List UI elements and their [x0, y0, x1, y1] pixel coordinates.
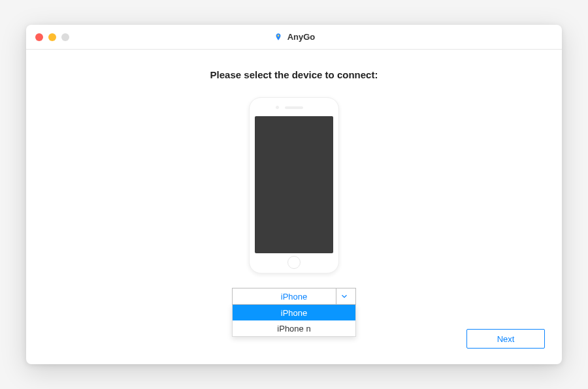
prompt-text: Please select the device to connect:	[210, 69, 378, 80]
app-title: AnyGo	[287, 32, 316, 42]
titlebar-title-group: AnyGo	[273, 32, 316, 42]
device-select-wrap: iPhone iPhone iPhone n	[232, 288, 356, 305]
device-option[interactable]: iPhone	[233, 305, 355, 320]
device-option-label: iPhone n	[277, 324, 310, 334]
device-option-label: iPhone	[281, 308, 307, 318]
device-option[interactable]: iPhone n	[233, 320, 355, 336]
window-minimize-button[interactable]	[48, 33, 56, 41]
device-select-value: iPhone	[281, 292, 307, 302]
phone-camera-icon	[276, 106, 279, 109]
next-button-label: Next	[497, 334, 515, 344]
device-select[interactable]: iPhone	[232, 288, 356, 305]
phone-speaker-icon	[285, 106, 303, 109]
window-close-button[interactable]	[35, 33, 43, 41]
titlebar: AnyGo	[26, 25, 562, 50]
svg-point-0	[277, 35, 279, 37]
map-pin-icon	[273, 32, 284, 42]
phone-home-button-icon	[287, 256, 301, 269]
window-maximize-button[interactable]	[61, 33, 69, 41]
device-illustration	[249, 97, 339, 273]
main-content: Please select the device to connect: iPh…	[26, 50, 562, 364]
app-window: AnyGo Please select the device to connec…	[26, 25, 562, 364]
chevron-down-icon	[336, 288, 351, 304]
device-select-list: iPhone iPhone n	[232, 305, 356, 337]
traffic-lights	[35, 33, 69, 41]
phone-screen	[255, 116, 333, 253]
next-button[interactable]: Next	[466, 329, 545, 349]
